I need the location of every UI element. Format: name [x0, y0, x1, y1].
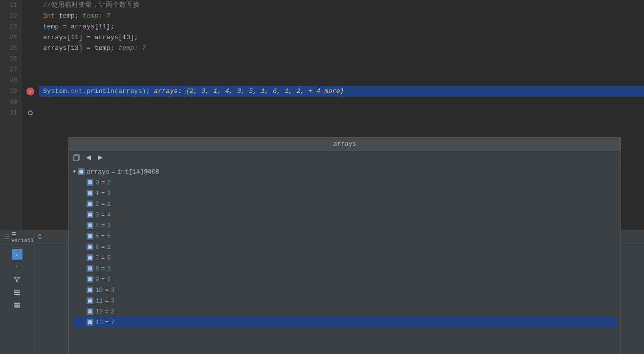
item-eq: =	[101, 254, 105, 262]
tree-item-9[interactable]: 国 9 = 2	[85, 274, 617, 285]
line-numbers: 21 22 23 24 25 26 27 28 29 30 31	[0, 0, 22, 230]
tree-item-7[interactable]: 国 7 = 6	[85, 252, 617, 263]
svg-rect-6	[14, 305, 20, 306]
item-eq: =	[101, 179, 105, 186]
filter-button[interactable]	[12, 274, 22, 285]
copy-button[interactable]	[72, 153, 82, 162]
item-eq: =	[101, 190, 105, 197]
tree-item-8[interactable]: 国 8 = 1	[85, 263, 617, 274]
int-icon: 国	[87, 179, 93, 186]
code-line-24: arrays[11] = arrays[13];	[39, 32, 644, 43]
var-root-label: arrays	[87, 168, 110, 176]
tree-items-container: 国 0 = 2 国 1 = 3 国 2 = 1	[85, 177, 617, 328]
item-eq: =	[101, 211, 105, 219]
popup-toolbar: ◀ ▶	[69, 151, 621, 164]
tree-item-12[interactable]: 国 12 = 2	[85, 306, 617, 317]
int-icon: 国	[87, 319, 93, 326]
item-index: 13	[95, 319, 103, 326]
tree-item-6[interactable]: 国 6 = 1	[85, 242, 617, 252]
gutter-29: ✓	[22, 86, 39, 97]
code-line-29[interactable]: System.out.println(arrays); arrays: {2, …	[39, 86, 644, 97]
code-line-22: int temp; temp: 7	[39, 11, 644, 22]
tree-item-0[interactable]: 国 0 = 2	[85, 177, 617, 188]
svg-rect-7	[14, 307, 20, 308]
item-val: 1	[107, 243, 111, 251]
int-icon: 国	[87, 222, 93, 229]
int-icon: 国	[87, 233, 93, 240]
item-index: 4	[95, 222, 99, 229]
item-val: 2	[107, 179, 111, 186]
int-icon: 国	[87, 211, 93, 218]
back-button[interactable]: ◀	[84, 153, 93, 162]
gutter-23	[22, 22, 39, 32]
step-down-button[interactable]: ↓	[12, 249, 22, 260]
variables-icon: ☰	[4, 234, 9, 241]
tree-expand-icon[interactable]: ▼	[73, 169, 76, 175]
variables-tab-button[interactable]: ☰ ☰ Variables	[0, 230, 34, 245]
int-icon: 国	[87, 287, 93, 293]
line-num-21: 21	[0, 0, 21, 11]
tree-item-5[interactable]: 国 5 = 5	[85, 231, 617, 242]
item-val: 7	[111, 319, 114, 326]
line-num-23: 23	[0, 22, 21, 32]
item-val: 2	[111, 308, 114, 315]
item-index: 11	[95, 297, 103, 305]
gutter-22	[22, 11, 39, 22]
step-up-button[interactable]: ↑	[12, 262, 22, 272]
int-icon: 国	[87, 190, 93, 197]
tree-item-4[interactable]: 国 4 = 3	[85, 220, 617, 231]
inline-value-temp: temp: 7	[83, 12, 111, 20]
code-line-21: //使用临时变量，让两个数互换	[39, 0, 644, 11]
int-icon: 国	[87, 200, 93, 207]
item-eq: =	[105, 297, 109, 305]
item-eq: =	[101, 265, 105, 272]
arrays-popup: arrays ◀ ▶ ▼ 国 arrays = int[14]@468	[68, 137, 621, 354]
gutter-28	[22, 75, 39, 86]
int-icon: 国	[87, 254, 93, 261]
item-val: 3	[107, 190, 111, 197]
forward-button[interactable]: ▶	[95, 153, 105, 162]
item-val: 1	[107, 200, 111, 208]
item-index: 8	[95, 265, 99, 272]
gutter-31	[22, 108, 39, 118]
item-eq: =	[101, 276, 105, 283]
item-eq: =	[101, 233, 105, 240]
item-eq: =	[101, 243, 105, 251]
tree-root-node[interactable]: ▼ 国 arrays = int[14]@468	[73, 166, 617, 177]
code-line-25: arrays[13] = temp; temp: 7	[39, 43, 644, 54]
item-index: 7	[95, 254, 99, 262]
code-line-23: temp = arrays[11];	[39, 22, 644, 32]
svg-rect-1	[74, 155, 78, 161]
int-icon: 国	[87, 243, 93, 250]
var-type-icon: 国	[78, 168, 85, 175]
tree-item-10[interactable]: 国 10 = 3	[85, 285, 617, 295]
more-button[interactable]	[12, 300, 22, 310]
tree-item-2[interactable]: 国 2 = 1	[85, 199, 617, 209]
line-num-25: 25	[0, 43, 21, 54]
item-val: 5	[107, 233, 111, 240]
tree-item-13[interactable]: 国 13 = 7	[73, 317, 617, 328]
tree-item-11[interactable]: 国 11 = 3	[85, 295, 617, 306]
item-index: 10	[95, 287, 103, 294]
line-num-31: 31	[0, 108, 21, 118]
code-text: temp;	[59, 12, 83, 20]
popup-content: ▼ 国 arrays = int[14]@468 国 0 = 2 国 1 =	[69, 164, 621, 354]
tree-item-3[interactable]: 国 3 = 4	[85, 209, 617, 220]
code-line-26	[39, 54, 644, 65]
int-icon: 国	[87, 276, 93, 283]
bottom-tab-text: C	[38, 234, 42, 241]
item-val: 4	[107, 211, 111, 219]
item-val: 3	[107, 222, 111, 229]
step-marker	[28, 111, 33, 115]
item-eq: =	[101, 222, 105, 229]
settings-button[interactable]	[12, 287, 22, 298]
gutter-26	[22, 54, 39, 65]
item-index: 9	[95, 276, 99, 283]
item-eq: =	[101, 200, 105, 208]
code-line-28	[39, 75, 644, 86]
gutter-30	[22, 97, 39, 108]
breakpoint-dot[interactable]: ✓	[26, 88, 34, 95]
code-line-31	[39, 108, 644, 118]
tree-item-1[interactable]: 国 1 = 3	[85, 188, 617, 199]
gutter: ✓	[22, 0, 39, 230]
